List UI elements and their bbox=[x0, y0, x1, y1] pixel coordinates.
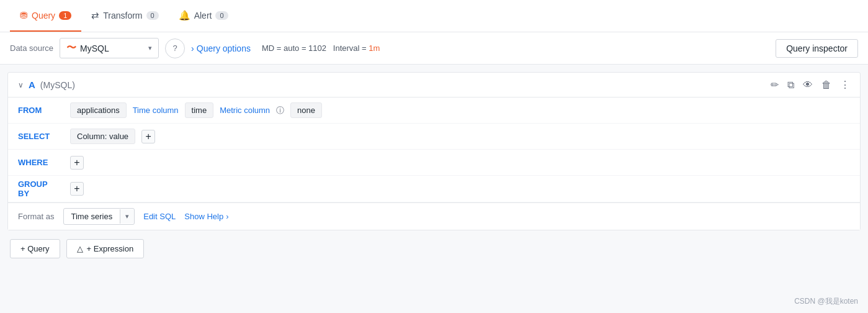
tab-query-label: Query bbox=[32, 11, 55, 20]
tab-query-badge: 1 bbox=[59, 11, 71, 20]
query-options-meta: MD = auto = 1102 Interval = 1m bbox=[262, 43, 380, 53]
transform-icon: ⇄ bbox=[91, 10, 99, 21]
group-by-row: GROUP BY + bbox=[8, 176, 860, 202]
query-options-toggle[interactable]: › Query options bbox=[191, 43, 251, 53]
query-block: ∨ A (MySQL) ✏ ⧉ 👁 🗑 ⋮ FROM applications … bbox=[7, 72, 861, 230]
copy-icon[interactable]: ⧉ bbox=[787, 79, 794, 91]
group-by-add-button[interactable]: + bbox=[70, 182, 84, 196]
time-column-value[interactable]: time bbox=[185, 102, 214, 118]
query-options-chevron-icon: › bbox=[191, 43, 194, 53]
show-help-chevron-icon: › bbox=[226, 212, 228, 221]
add-query-button[interactable]: + Query bbox=[10, 239, 60, 258]
group-by-content: + bbox=[70, 182, 860, 196]
tab-alert-label: Alert bbox=[194, 11, 212, 20]
query-icon: ⛃ bbox=[20, 10, 28, 21]
main-content: ∨ A (MySQL) ✏ ⧉ 👁 🗑 ⋮ FROM applications … bbox=[0, 72, 868, 265]
query-name: A bbox=[29, 79, 35, 90]
help-icon: ? bbox=[172, 43, 177, 53]
format-select[interactable]: Time series ▾ bbox=[63, 208, 135, 225]
bottom-bar: + Query △ + Expression bbox=[0, 233, 868, 265]
eye-icon[interactable]: 👁 bbox=[803, 79, 813, 91]
toolbar: Data source 〜 MySQL ▾ ? › Query options … bbox=[0, 32, 868, 65]
group-by-label: GROUP BY bbox=[8, 179, 70, 198]
query-block-header: ∨ A (MySQL) ✏ ⧉ 👁 🗑 ⋮ bbox=[8, 73, 860, 98]
interval-value: 1m bbox=[369, 43, 380, 53]
show-help-label: Show Help bbox=[184, 212, 223, 221]
collapse-button[interactable]: ∨ bbox=[18, 81, 24, 89]
where-row: WHERE + bbox=[8, 150, 860, 176]
format-as-label: Format as bbox=[18, 212, 55, 221]
query-options-label: Query options bbox=[197, 43, 251, 53]
add-expression-label: + Expression bbox=[87, 244, 134, 253]
metric-column-value[interactable]: none bbox=[290, 102, 322, 118]
add-expression-button[interactable]: △ + Expression bbox=[66, 239, 145, 258]
format-select-arrow-icon[interactable]: ▾ bbox=[120, 209, 134, 224]
select-label: SELECT bbox=[8, 132, 70, 141]
tab-alert-badge: 0 bbox=[215, 11, 228, 20]
info-icon[interactable]: ⓘ bbox=[276, 105, 284, 116]
from-row: FROM applications Time column time Metri… bbox=[8, 98, 860, 124]
select-add-button[interactable]: + bbox=[141, 130, 155, 143]
time-column-link[interactable]: Time column bbox=[133, 106, 179, 115]
tab-transform-badge: 0 bbox=[146, 11, 159, 20]
query-source: (MySQL) bbox=[40, 80, 75, 90]
format-bar: Format as Time series ▾ Edit SQL Show He… bbox=[8, 202, 860, 230]
select-column-value[interactable]: Column: value bbox=[70, 129, 135, 144]
metric-column-link[interactable]: Metric column bbox=[220, 106, 270, 115]
query-actions: ✏ ⧉ 👁 🗑 ⋮ bbox=[771, 79, 850, 91]
show-help-button[interactable]: Show Help › bbox=[184, 212, 228, 221]
more-icon[interactable]: ⋮ bbox=[840, 79, 850, 91]
from-label: FROM bbox=[8, 106, 70, 115]
expression-icon: △ bbox=[77, 244, 83, 253]
tab-transform-label: Transform bbox=[103, 11, 142, 20]
add-query-label: + Query bbox=[20, 244, 50, 253]
datasource-select-inner: 〜 MySQL bbox=[66, 42, 109, 55]
query-inspector-button[interactable]: Query inspector bbox=[776, 39, 858, 58]
datasource-label: Data source bbox=[10, 43, 53, 53]
select-content: Column: value + bbox=[70, 129, 860, 144]
tabs-bar: ⛃ Query 1 ⇄ Transform 0 🔔 Alert 0 bbox=[0, 0, 868, 32]
delete-icon[interactable]: 🗑 bbox=[821, 79, 831, 91]
select-row: SELECT Column: value + bbox=[8, 124, 860, 150]
from-content: applications Time column time Metric col… bbox=[70, 102, 860, 118]
tab-query[interactable]: ⛃ Query 1 bbox=[10, 0, 81, 32]
tab-alert[interactable]: 🔔 Alert 0 bbox=[169, 0, 238, 32]
datasource-select[interactable]: 〜 MySQL ▾ bbox=[60, 38, 159, 58]
where-add-button[interactable]: + bbox=[70, 156, 84, 170]
where-content: + bbox=[70, 156, 860, 170]
format-select-value: Time series bbox=[64, 209, 120, 224]
tab-transform[interactable]: ⇄ Transform 0 bbox=[81, 0, 168, 32]
datasource-chevron-icon: ▾ bbox=[148, 44, 152, 52]
watermark: CSDN @我是koten bbox=[794, 296, 858, 307]
where-label: WHERE bbox=[8, 158, 70, 167]
alert-icon: 🔔 bbox=[179, 10, 190, 21]
edit-icon[interactable]: ✏ bbox=[771, 79, 779, 91]
edit-sql-button[interactable]: Edit SQL bbox=[143, 212, 176, 221]
mysql-icon: 〜 bbox=[66, 42, 76, 55]
from-table[interactable]: applications bbox=[70, 102, 127, 118]
datasource-name: MySQL bbox=[80, 43, 109, 53]
help-button[interactable]: ? bbox=[165, 39, 185, 58]
